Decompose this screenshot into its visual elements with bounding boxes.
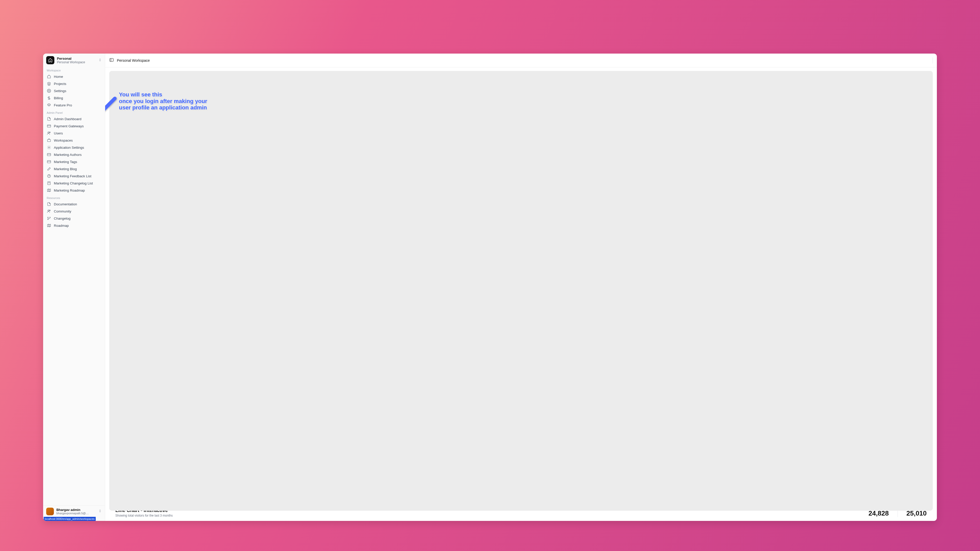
credit-card-icon	[47, 124, 51, 128]
credit-card-icon	[47, 152, 51, 157]
svg-point-0	[48, 90, 49, 91]
svg-rect-16	[110, 59, 113, 62]
sidebar-item-marketing-feedback[interactable]: Marketing Feedback List	[45, 172, 103, 179]
sidebar-item-payment-gateways[interactable]: Payment Gateways	[45, 122, 103, 130]
sidebar-item-projects[interactable]: Projects	[45, 80, 103, 87]
sidebar-toggle[interactable]	[109, 58, 114, 63]
user-switcher[interactable]: Bhargav admin bhargavponnapalli.5@g...	[43, 505, 105, 517]
sidebar-item-home[interactable]: Home	[45, 73, 103, 80]
sidebar-item-app-settings[interactable]: Application Settings	[45, 144, 103, 151]
workspace-name: Personal	[57, 57, 96, 60]
sidebar-item-label: Documentation	[54, 202, 77, 206]
sidebar-item-label: Application Settings	[54, 146, 84, 149]
workspace-logo	[46, 56, 54, 64]
sidebar-item-label: Payment Gateways	[54, 124, 84, 128]
sidebar-item-label: Projects	[54, 82, 66, 86]
sidebar-item-changelog[interactable]: Changelog	[45, 215, 103, 222]
workspace-subtitle: Personal Workspace	[57, 60, 96, 64]
sidebar-item-billing[interactable]: Billing	[45, 94, 103, 102]
svg-point-11	[48, 210, 49, 211]
sidebar-item-users[interactable]: Users	[45, 130, 103, 137]
sidebar-item-feature-pro[interactable]: Feature Pro	[45, 102, 103, 109]
main: Personal Workspace You will see this onc…	[105, 54, 937, 521]
chart-title: Line Chart - Interactive	[115, 511, 173, 513]
avatar	[46, 508, 54, 515]
workspace-switcher[interactable]: Personal Personal Workspace	[43, 54, 105, 66]
section-label-admin: Admin Panel	[43, 109, 105, 115]
sidebar-item-community[interactable]: Community	[45, 208, 103, 215]
sidebar-item-label: Marketing Tags	[54, 160, 77, 164]
briefcase-icon	[47, 138, 51, 142]
sidebar-item-marketing-tags[interactable]: Marketing Tags	[45, 158, 103, 165]
svg-point-12	[49, 210, 50, 211]
svg-point-2	[48, 132, 49, 133]
sidebar-item-label: Home	[54, 75, 63, 79]
sidebar-item-label: Settings	[54, 89, 66, 93]
sidebar-item-label: Billing	[54, 96, 63, 100]
sidebar-item-label: Admin Dashboard	[54, 117, 81, 121]
chevron-up-down-icon	[98, 58, 102, 62]
sidebar-item-label: Roadmap	[54, 224, 69, 227]
user-switcher-text: Bhargav admin bhargavponnapalli.5@g...	[56, 508, 96, 515]
chart-subtitle: Showing total visitors for the last 3 mo…	[115, 514, 173, 517]
gear-icon	[47, 145, 51, 149]
layers-icon	[47, 82, 51, 86]
credit-card-icon	[47, 160, 51, 164]
users-icon	[47, 209, 51, 213]
map-icon	[47, 224, 51, 227]
sidebar-item-settings[interactable]: Settings	[45, 87, 103, 94]
file-icon	[47, 202, 51, 206]
sidebar-item-marketing-blog[interactable]: Marketing Blog	[45, 165, 103, 172]
section-label-resources: Resources	[43, 194, 105, 200]
content: You will see this once you login after m…	[105, 67, 937, 521]
svg-point-14	[50, 217, 51, 218]
content-placeholder: You will see this once you login after m…	[109, 71, 933, 511]
annotation-arrow-icon	[105, 95, 118, 126]
topbar: Personal Workspace	[105, 54, 937, 67]
svg-rect-10	[48, 182, 51, 185]
workspace-switcher-text: Personal Personal Workspace	[57, 57, 96, 64]
topbar-divider	[932, 57, 933, 64]
sidebar-item-marketing-authors[interactable]: Marketing Authors	[45, 151, 103, 158]
svg-rect-6	[47, 154, 51, 156]
sidebar-item-documentation[interactable]: Documentation	[45, 200, 103, 208]
chart-stat-a: 24,828	[869, 511, 889, 517]
sidebar-item-label: Community	[54, 210, 71, 213]
sidebar-item-marketing-roadmap[interactable]: Marketing Roadmap	[45, 187, 103, 194]
chart-stat-b: 25,010	[907, 511, 927, 517]
home-icon	[48, 58, 52, 62]
chevron-up-down-icon	[98, 509, 102, 513]
home-icon	[47, 75, 51, 79]
annotation-text: You will see this once you login after m…	[119, 91, 207, 111]
sidebar-item-marketing-changelog[interactable]: Marketing Changelog List	[45, 179, 103, 187]
sidebar-item-label: Marketing Roadmap	[54, 189, 85, 192]
chart-stat-divider	[897, 511, 898, 517]
gear-icon	[47, 89, 51, 93]
branch-icon	[47, 216, 51, 221]
sidebar-item-admin-dashboard[interactable]: Admin Dashboard	[45, 115, 103, 122]
svg-point-5	[48, 147, 49, 148]
sidebar-item-label: Changelog	[54, 217, 70, 221]
section-label-workspace: Workspace	[43, 66, 105, 73]
sidebar-item-label: Users	[54, 131, 63, 135]
map-icon	[47, 188, 51, 192]
breadcrumb: Personal Workspace	[117, 59, 150, 62]
nav-list-workspace: Home Projects Settings Billing Feature P…	[43, 73, 105, 109]
svg-rect-7	[47, 161, 51, 163]
user-email: bhargavponnapalli.5@g...	[56, 512, 89, 515]
file-icon	[47, 117, 51, 121]
svg-point-3	[49, 132, 50, 133]
app-window: Personal Personal Workspace Workspace Ho…	[43, 54, 937, 521]
nav-list-resources: Documentation Community Changelog Roadma…	[43, 200, 105, 229]
sidebar-item-label: Marketing Blog	[54, 167, 77, 171]
chart-title-block: Line Chart - Interactive Showing total v…	[115, 511, 173, 517]
svg-rect-4	[48, 140, 51, 142]
sidebar-item-workspaces[interactable]: Workspaces	[45, 137, 103, 144]
layers-icon	[47, 103, 51, 107]
sidebar-item-label: Marketing Authors	[54, 153, 82, 157]
chart-preview: Line Chart - Interactive Showing total v…	[109, 511, 933, 517]
book-icon	[47, 181, 51, 185]
svg-point-15	[48, 219, 48, 220]
sidebar-item-roadmap[interactable]: Roadmap	[45, 222, 103, 229]
user-name: Bhargav admin	[56, 508, 96, 512]
